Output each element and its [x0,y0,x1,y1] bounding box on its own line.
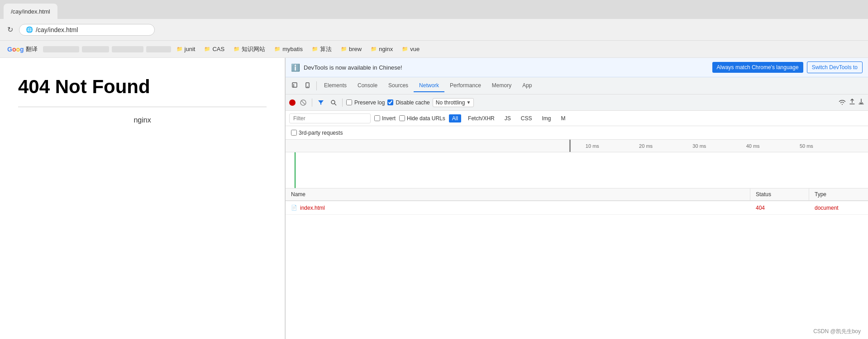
bookmark-label-vue: vue [410,46,420,52]
search-button[interactable] [329,98,339,108]
google-translate-btn[interactable]: Goog 翻译 [4,43,41,55]
inspect-element-button[interactable] [289,80,302,92]
bookmark-label-cas: CAS [212,46,224,52]
bookmark-junit[interactable]: 📁 junit [173,44,199,54]
preserve-log-label: Preserve log [354,99,385,106]
bookmark-nginx[interactable]: 📁 nginx [367,44,396,54]
timeline-green-line [295,152,296,188]
bookmark-mybatis[interactable]: 📁 mybatis [271,44,306,54]
wifi-icon[interactable] [838,98,846,108]
tab-separator-1 [316,81,317,90]
disable-cache-checkbox[interactable] [387,99,393,105]
bookmarks-bar: Goog 翻译 📁 junit 📁 CAS 📁 知识网站 📁 mybatis � [0,41,868,58]
invert-label: Invert [382,115,396,122]
table-row[interactable]: 📄 index.html 404 document [286,201,868,215]
not-found-heading: 404 Not Found [18,76,267,98]
folder-icon-vue: 📁 [402,46,408,52]
blurred-pill-1 [43,46,79,52]
row-status-cell: 404 [750,205,809,211]
server-name: nginx [18,116,267,124]
invert-checkbox[interactable] [374,115,380,121]
tab-console[interactable]: Console [352,80,383,92]
tab-performance[interactable]: Performance [444,80,486,92]
bookmark-zhishi[interactable]: 📁 知识网站 [230,43,269,55]
tab-network[interactable]: Network [414,80,444,92]
devtools-tabs: Elements Console Sources Network Perform… [286,77,868,94]
match-language-button[interactable]: Always match Chrome's language [712,62,803,73]
tick-20ms: 20 ms [639,143,653,149]
tab-elements[interactable]: Elements [319,80,352,92]
tab-sources[interactable]: Sources [383,80,414,92]
preserve-log-checkbox[interactable] [346,99,352,105]
column-type-header: Type [809,188,868,200]
disable-cache-checkbox-label[interactable]: Disable cache [387,99,429,106]
download-icon[interactable] [858,99,864,106]
upload-icon[interactable] [849,99,855,106]
row-type-cell: document [809,205,868,211]
tick-10ms: 10 ms [586,143,599,149]
devtools-panel: ℹ️ DevTools is now available in Chinese!… [285,58,868,339]
disable-cache-label: Disable cache [396,99,429,106]
tick-30ms: 30 ms [692,143,706,149]
blurred-pill-2 [82,46,109,52]
timeline-header: 10 ms 20 ms 30 ms 40 ms 50 ms [286,140,868,152]
info-icon: ℹ️ [291,63,300,72]
info-message: DevTools is now available in Chinese! [304,64,709,71]
row-status: 404 [756,205,765,211]
hide-data-urls-checkbox[interactable] [399,115,405,121]
third-party-checkbox-label[interactable]: 3rd-party requests [291,130,343,136]
filter-js-button[interactable]: JS [501,114,514,122]
table-header: Name Status Type [286,188,868,201]
third-party-checkbox[interactable] [291,130,297,136]
svg-rect-0 [292,83,297,87]
reload-button[interactable]: ↻ [5,25,14,34]
csdn-watermark: CSDN @凯先生boy [813,328,861,335]
bookmark-label-mybatis: mybatis [282,46,303,52]
filter-img-button[interactable]: Img [539,114,554,122]
row-name-cell: 📄 index.html [286,205,750,211]
timeline-ticks: 10 ms 20 ms 30 ms 40 ms 50 ms [571,140,868,152]
switch-devtools-button[interactable]: Switch DevTools to [807,61,863,73]
network-toolbar: Preserve log Disable cache No throttling… [286,94,868,111]
bookmark-brew[interactable]: 📁 brew [337,44,365,54]
file-icon: 📄 [291,205,297,211]
bookmark-label-brew: brew [349,46,362,52]
url-bar[interactable]: 🌐 /cay/index.html [19,24,155,36]
watermark-text: CSDN @凯先生boy [813,328,861,334]
filter-input[interactable] [289,113,371,123]
tab-application[interactable]: App [517,80,537,92]
filter-all-button[interactable]: All [449,114,461,122]
filter-toggle-button[interactable] [316,98,326,108]
svg-point-6 [331,100,335,104]
tick-40ms: 40 ms [746,143,760,149]
filter-fetch-xhr-button[interactable]: Fetch/XHR [465,114,498,122]
filter-css-button[interactable]: CSS [518,114,535,122]
throttling-dropdown[interactable]: No throttling ▼ [433,98,474,107]
address-bar: ↻ 🌐 /cay/index.html [0,19,868,41]
active-tab[interactable]: /cay/index.html [4,4,57,19]
folder-icon-nginx: 📁 [371,46,377,52]
filter-more-button[interactable]: M [558,114,568,122]
network-table[interactable]: Name Status Type 📄 index.html 404 d [286,188,868,339]
bookmark-cas[interactable]: 📁 CAS [200,44,228,54]
third-party-row: 3rd-party requests [286,126,868,140]
hide-data-urls-checkbox-label[interactable]: Hide data URLs [399,115,445,122]
translate-label: 翻译 [26,45,38,53]
clear-button[interactable] [298,98,308,108]
preserve-log-checkbox-label[interactable]: Preserve log [346,99,385,106]
invert-checkbox-label[interactable]: Invert [374,115,396,122]
tab-memory[interactable]: Memory [486,80,517,92]
column-status-header: Status [750,188,809,200]
timeline-content [286,152,868,188]
svg-line-7 [334,104,336,105]
record-button[interactable] [289,99,296,106]
device-toolbar-button[interactable] [302,80,315,92]
bookmark-vue[interactable]: 📁 vue [398,44,423,54]
tab-title: /cay/index.html [11,8,50,15]
google-g-icon: Goog [7,46,24,53]
main-area: 404 Not Found nginx ℹ️ DevTools is now a… [0,58,868,339]
bookmark-label-zhishi: 知识网站 [242,45,265,53]
toolbar-sep-1 [312,99,312,107]
folder-icon-junit: 📁 [176,46,183,52]
bookmark-suanfa[interactable]: 📁 算法 [308,43,335,55]
